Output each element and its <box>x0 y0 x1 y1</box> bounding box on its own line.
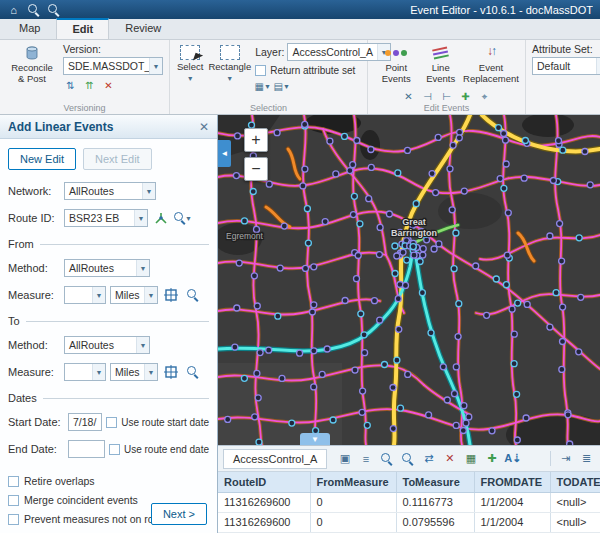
move-last-icon[interactable]: ⇥ <box>557 450 574 467</box>
show-selected-icon[interactable]: ▣ <box>336 450 353 467</box>
next-edit-button[interactable]: Next Edit <box>83 148 152 170</box>
event-point <box>252 414 258 420</box>
select-tool-button[interactable]: Select ▼ <box>176 43 204 93</box>
return-attribute-set-checkbox[interactable] <box>255 65 266 76</box>
reconcile-post-button[interactable]: Reconcile & Post <box>6 43 58 92</box>
retire-overlaps-checkbox[interactable] <box>8 476 19 487</box>
pan-to-selection-icon[interactable] <box>399 450 416 467</box>
tab-edit[interactable]: Edit <box>56 18 109 40</box>
attribute-set-select[interactable]: Default ▼ <box>532 57 600 75</box>
event-point <box>304 206 310 212</box>
next-button[interactable]: Next > <box>151 503 207 525</box>
map-zoom-out-button[interactable]: − <box>244 157 268 181</box>
line-events-button[interactable]: Line Events <box>420 43 461 87</box>
event-replacement-button[interactable]: ↓↑ Event Replacement <box>463 43 519 87</box>
zoom-out-icon[interactable] <box>47 3 60 16</box>
event-point <box>242 218 248 224</box>
event-point <box>330 417 336 423</box>
end-date-label: End Date: <box>8 443 64 455</box>
selectable-layers-icon[interactable]: ▤▼ <box>274 79 289 93</box>
locate-event-icon[interactable]: ⌖ <box>477 90 492 104</box>
route-picker-icon[interactable] <box>152 210 170 226</box>
event-point <box>266 347 272 353</box>
home-icon[interactable]: ⌂ <box>7 3 20 16</box>
map-view[interactable]: Egremont Great Barrington ◄ + − ▼ <box>218 115 600 445</box>
to-measure-picker-icon[interactable] <box>162 364 180 380</box>
new-edit-button[interactable]: New Edit <box>8 148 76 170</box>
delete-event-icon[interactable]: ✕ <box>401 90 416 104</box>
from-zoom-icon[interactable] <box>184 287 202 303</box>
from-measure-picker-icon[interactable] <box>162 287 180 303</box>
tab-map[interactable]: Map <box>3 18 56 39</box>
show-all-records-icon[interactable]: ≡ <box>357 450 374 467</box>
event-point <box>266 181 272 187</box>
event-point <box>350 212 356 218</box>
event-point <box>236 260 242 266</box>
event-point <box>504 252 510 258</box>
grid-layer-tab[interactable]: AccessControl_A <box>223 449 327 469</box>
merge-coincident-events-checkbox[interactable] <box>8 495 19 506</box>
reconcile-post-label: Reconcile & Post <box>7 63 57 85</box>
collapse-grid-button[interactable]: ▼ <box>300 433 330 445</box>
to-unit-select[interactable]: Miles ▼ <box>110 363 158 381</box>
to-zoom-icon[interactable] <box>184 364 202 380</box>
rectangle-tool-icon <box>220 45 240 60</box>
trim-event-icon[interactable]: ⊣ <box>420 90 435 104</box>
event-point <box>390 426 396 432</box>
map-zoom-in-button[interactable]: + <box>244 128 268 152</box>
main-area: Add Linear Events ✕ New Edit Next Edit N… <box>0 115 600 533</box>
col-tomeasure[interactable]: ToMeasure <box>396 472 474 492</box>
end-date-input[interactable] <box>68 440 105 458</box>
open-table-icon[interactable]: ▦ <box>462 450 479 467</box>
selection-options-icon[interactable]: ▦▼ <box>255 79 270 93</box>
map-canvas[interactable]: Egremont Great Barrington <box>218 115 600 445</box>
point-events-button[interactable]: Point Events <box>374 43 418 87</box>
event-point <box>556 138 562 144</box>
reconcile-icon[interactable]: ⇅ <box>63 78 78 92</box>
to-measure-select[interactable]: ▼ <box>64 363 106 381</box>
app-title: Event Editor - v10.6.1 - docMassDOT <box>410 4 593 16</box>
table-row[interactable]: 11316269600 0 0.1116773 1/1/2004 <null> <box>218 492 600 512</box>
prevent-measures-checkbox[interactable] <box>8 514 19 525</box>
event-point <box>503 282 509 288</box>
sort-icon[interactable]: A⇣ <box>504 450 521 467</box>
add-event-icon[interactable]: ✚ <box>458 90 473 104</box>
event-point <box>559 366 565 372</box>
chevron-down-icon: ▼ <box>187 75 194 82</box>
zoom-to-route-icon[interactable]: ▼ <box>174 210 192 226</box>
use-route-end-date-checkbox[interactable] <box>109 444 120 455</box>
table-row[interactable]: 11316269600 0 0.0795596 1/1/2004 <null> <box>218 512 600 532</box>
route-id-select[interactable]: BSR23 EB ▼ <box>64 209 148 227</box>
event-point <box>547 324 553 330</box>
version-select[interactable]: SDE.MASSDOT_editor1 ▼ <box>63 57 163 75</box>
switch-selection-icon[interactable]: ⇄ <box>420 450 437 467</box>
event-point <box>450 142 456 148</box>
delete-version-icon[interactable]: ✕ <box>101 78 116 92</box>
clear-selection-icon[interactable]: ✕ <box>441 450 458 467</box>
event-point <box>250 189 256 195</box>
from-measure-select[interactable]: ▼ <box>64 286 106 304</box>
event-point <box>505 210 511 216</box>
network-select[interactable]: AllRoutes ▼ <box>64 182 156 200</box>
col-todate[interactable]: TODATE <box>550 472 600 492</box>
post-icon[interactable]: ⇈ <box>82 78 97 92</box>
col-frommeasure[interactable]: FromMeasure <box>310 472 396 492</box>
to-method-select[interactable]: AllRoutes ▼ <box>64 336 150 354</box>
from-unit-select[interactable]: Miles ▼ <box>110 286 158 304</box>
col-routeid[interactable]: RouteID <box>218 472 310 492</box>
zoom-in-icon[interactable] <box>27 3 40 16</box>
close-icon[interactable]: ✕ <box>199 120 209 134</box>
tab-review[interactable]: Review <box>109 18 177 39</box>
col-fromdate[interactable]: FROMDATE <box>474 472 550 492</box>
collapse-panel-left-button[interactable]: ◄ <box>218 140 231 167</box>
extend-event-icon[interactable]: ⊢ <box>439 90 454 104</box>
zoom-to-selection-icon[interactable] <box>378 450 395 467</box>
start-date-input[interactable]: 7/18/ <box>68 413 102 431</box>
from-method-select[interactable]: AllRoutes ▼ <box>64 259 150 277</box>
use-route-start-date-checkbox[interactable] <box>106 417 117 428</box>
add-record-icon[interactable]: ✚ <box>483 450 500 467</box>
ribbon-group-edit-events: Point Events Line Events ↓↑ Event Replac… <box>368 40 526 114</box>
grid-menu-icon[interactable]: ≣ <box>578 450 595 467</box>
rectangle-tool-button[interactable]: Rectangle ▼ <box>207 43 252 93</box>
from-measure-label: Measure: <box>8 289 60 301</box>
